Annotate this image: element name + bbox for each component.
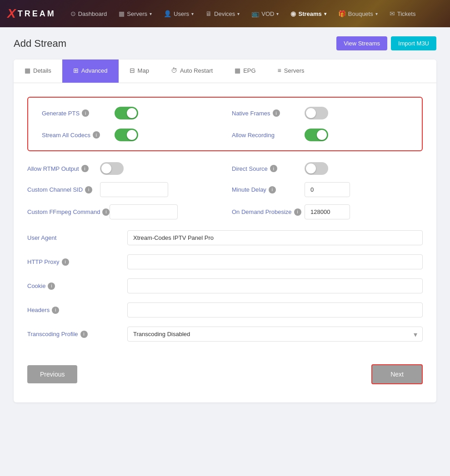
custom-ffmpeg-info-icon[interactable]: i (102, 208, 110, 216)
allow-rtmp-info-icon[interactable]: i (81, 165, 89, 172)
allow-recording-slider (305, 129, 328, 141)
group-on-demand-probesize: On Demand Probesize i (232, 204, 423, 219)
nav-label-vod: VOD (261, 10, 274, 17)
row-http-proxy: HTTP Proxy i (27, 254, 423, 269)
page-header: Add Stream View Streams Import M3U (14, 36, 436, 50)
direct-source-toggle[interactable] (305, 162, 328, 175)
native-frames-info-icon[interactable]: i (273, 109, 280, 117)
form-content: Generate PTS i Native Frames i (14, 83, 436, 402)
tab-map[interactable]: ⊟ Map (119, 60, 160, 83)
transcoding-profile-info-icon[interactable]: i (80, 331, 88, 338)
minute-delay-info-icon[interactable]: i (269, 186, 276, 193)
group-stream-all-codecs: Stream All Codecs i (42, 129, 218, 141)
native-frames-toggle[interactable] (305, 107, 328, 119)
http-proxy-input[interactable] (127, 254, 423, 269)
row-transcoding: Transcoding Profile i Transcoding Disabl… (27, 327, 423, 342)
group-generate-pts: Generate PTS i (42, 107, 218, 119)
nav-item-tickets[interactable]: ✉ Tickets (384, 6, 421, 21)
on-demand-probesize-label: On Demand Probesize i (232, 208, 305, 216)
group-transcoding-profile: Transcoding Profile i Transcoding Disabl… (27, 327, 423, 342)
tab-map-label: Map (138, 67, 149, 74)
streams-icon: ◉ (290, 10, 296, 17)
custom-channel-sid-info-icon[interactable]: i (85, 186, 92, 193)
nav-item-streams[interactable]: ◉ Streams ▾ (285, 6, 331, 21)
tab-auto-restart[interactable]: ⏱ Auto Restart (160, 60, 224, 83)
on-demand-probesize-input[interactable] (305, 204, 350, 219)
nav-item-bouquets[interactable]: 🎁 Bouquets ▾ (333, 6, 383, 21)
allow-rtmp-label: Allow RTMP Output i (27, 165, 100, 172)
stream-all-codecs-info-icon[interactable]: i (93, 131, 100, 139)
nav-item-servers[interactable]: ▦ Servers ▾ (113, 6, 157, 21)
custom-channel-sid-input[interactable] (100, 182, 168, 197)
on-demand-probesize-info-icon[interactable]: i (294, 208, 301, 216)
group-allow-rtmp: Allow RTMP Output i (27, 162, 218, 175)
group-custom-channel-sid: Custom Channel SID i (27, 182, 218, 197)
custom-ffmpeg-input[interactable] (110, 204, 178, 219)
epg-tab-icon: ▦ (235, 67, 240, 74)
details-tab-icon: ▦ (25, 67, 30, 74)
users-chevron: ▾ (191, 11, 194, 16)
headers-info-icon[interactable]: i (52, 307, 59, 314)
tab-advanced[interactable]: ⊞ Advanced (62, 60, 119, 83)
servers-tab-icon: ≡ (278, 67, 281, 74)
view-streams-button[interactable]: View Streams (336, 36, 387, 50)
group-cookie: Cookie i (27, 278, 423, 293)
generate-pts-info-icon[interactable]: i (82, 109, 89, 117)
highlighted-toggles-box: Generate PTS i Native Frames i (27, 97, 423, 151)
devices-icon: 🖥 (205, 10, 212, 17)
stream-all-codecs-label: Stream All Codecs i (42, 131, 115, 139)
nav-item-devices[interactable]: 🖥 Devices ▾ (200, 6, 245, 21)
allow-recording-toggle[interactable] (305, 129, 328, 141)
auto-restart-tab-icon: ⏱ (171, 67, 177, 74)
devices-chevron: ▾ (237, 11, 240, 16)
http-proxy-info-icon[interactable]: i (62, 258, 69, 266)
logo: X TREAM (7, 6, 56, 21)
native-frames-label: Native Frames i (232, 109, 305, 117)
group-native-frames: Native Frames i (232, 107, 408, 119)
group-allow-recording: Allow Recording (232, 129, 408, 141)
transcoding-profile-select[interactable]: Transcoding Disabled (127, 327, 423, 342)
tab-epg-label: EPG (243, 67, 255, 74)
custom-channel-sid-label: Custom Channel SID i (27, 186, 100, 193)
advanced-tab-icon: ⊞ (73, 67, 79, 74)
nav-item-users[interactable]: 👤 Users ▾ (158, 6, 199, 21)
tab-details[interactable]: ▦ Details (14, 60, 62, 83)
cookie-label: Cookie i (27, 283, 118, 290)
stream-all-codecs-toggle[interactable] (115, 129, 138, 141)
allow-recording-label: Allow Recording (232, 132, 305, 139)
nav-item-dashboard[interactable]: ⊙ Dashboard (65, 6, 113, 21)
tab-servers[interactable]: ≡ Servers (267, 60, 315, 83)
nav-label-devices: Devices (214, 10, 235, 17)
minute-delay-label: Minute Delay i (232, 186, 305, 193)
generate-pts-label: Generate PTS i (42, 109, 115, 117)
headers-input[interactable] (127, 302, 423, 317)
row-user-agent: User Agent (27, 230, 423, 245)
transcoding-profile-label: Transcoding Profile i (27, 331, 118, 338)
row-ffmpeg-probesize: Custom FFmpeg Command i On Demand Probes… (27, 204, 423, 219)
cookie-input[interactable] (127, 278, 423, 293)
import-m3u-button[interactable]: Import M3U (391, 36, 436, 50)
direct-source-info-icon[interactable]: i (270, 165, 277, 172)
previous-button[interactable]: Previous (27, 365, 77, 383)
http-proxy-label: HTTP Proxy i (27, 258, 118, 266)
user-agent-input[interactable] (127, 230, 423, 245)
generate-pts-toggle[interactable] (115, 107, 138, 119)
tab-auto-restart-label: Auto Restart (180, 67, 213, 74)
group-user-agent: User Agent (27, 230, 423, 245)
tab-epg[interactable]: ▦ EPG (224, 60, 266, 83)
cookie-info-icon[interactable]: i (48, 283, 55, 290)
nav-label-users: Users (174, 10, 189, 17)
allow-rtmp-toggle[interactable] (100, 162, 124, 175)
vod-icon: 📺 (251, 10, 259, 17)
map-tab-icon: ⊟ (130, 67, 135, 74)
users-icon: 👤 (164, 10, 171, 17)
servers-icon: ▦ (119, 10, 125, 17)
next-button[interactable]: Next (371, 364, 423, 384)
page-wrapper: Add Stream View Streams Import M3U ▦ Det… (0, 27, 450, 476)
row-codecs-recording: Stream All Codecs i Allow Recording (42, 129, 408, 141)
bouquets-icon: 🎁 (338, 10, 346, 17)
minute-delay-input[interactable] (305, 182, 350, 197)
logo-tream: TREAM (18, 9, 56, 19)
nav-item-vod[interactable]: 📺 VOD ▾ (246, 6, 284, 21)
nav-label-dashboard: Dashboard (78, 10, 107, 17)
